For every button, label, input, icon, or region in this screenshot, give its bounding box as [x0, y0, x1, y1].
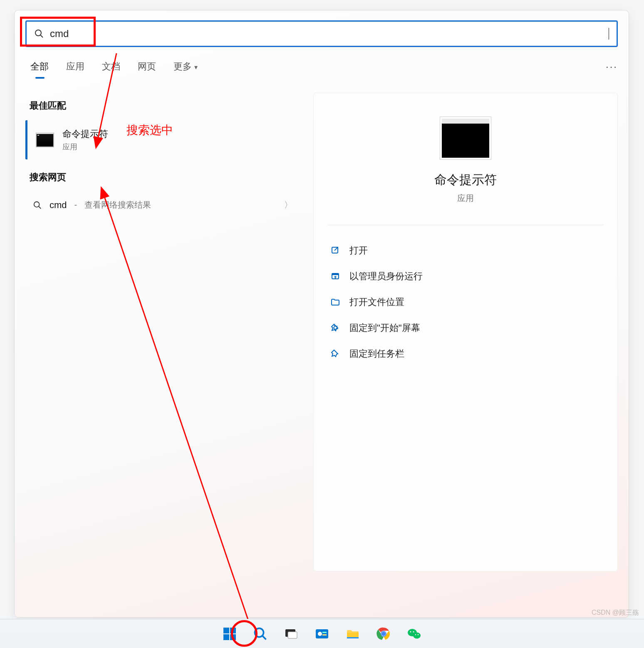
- svg-rect-17: [288, 632, 297, 638]
- tab-apps[interactable]: 应用: [66, 60, 84, 73]
- action-pin-start[interactable]: 固定到"开始"屏幕: [328, 315, 603, 341]
- best-match-result[interactable]: 命令提示符 应用: [25, 120, 300, 159]
- settings-icon: [315, 627, 329, 641]
- search-icon: [33, 201, 42, 210]
- wechat-button[interactable]: [405, 624, 424, 643]
- search-input[interactable]: cmd: [50, 28, 603, 40]
- wechat-icon: [407, 626, 422, 641]
- search-bar[interactable]: cmd: [25, 20, 618, 47]
- tab-docs[interactable]: 文档: [102, 60, 120, 73]
- web-separator: -: [74, 200, 77, 210]
- action-pin-taskbar[interactable]: 固定到任务栏: [328, 341, 603, 367]
- svg-rect-10: [223, 628, 229, 633]
- start-icon: [223, 627, 237, 641]
- start-button[interactable]: [220, 624, 239, 643]
- svg-line-15: [263, 636, 266, 639]
- taskview-button[interactable]: [282, 624, 301, 643]
- action-open-location-label: 打开文件位置: [349, 296, 404, 308]
- svg-rect-12: [223, 634, 229, 640]
- svg-rect-13: [230, 634, 236, 640]
- action-open-location[interactable]: 打开文件位置: [328, 289, 603, 315]
- svg-point-0: [35, 30, 41, 36]
- svg-point-31: [413, 631, 414, 632]
- tab-all[interactable]: 全部: [30, 60, 49, 73]
- action-run-admin-label: 以管理员身份运行: [349, 270, 423, 283]
- best-match-title: 命令提示符: [62, 128, 108, 140]
- search-icon: [34, 29, 44, 39]
- svg-point-19: [318, 632, 322, 636]
- taskview-icon: [284, 627, 298, 641]
- settings-button[interactable]: [312, 624, 332, 643]
- section-best-match-title: 最佳匹配: [30, 99, 296, 112]
- divider: [328, 225, 603, 225]
- web-search-result[interactable]: cmd - 查看网络搜索结果 〉: [25, 192, 300, 218]
- shield-icon: [330, 271, 340, 281]
- tab-more[interactable]: 更多▾: [173, 60, 198, 73]
- action-open[interactable]: 打开: [328, 238, 603, 263]
- web-desc: 查看网络搜索结果: [84, 199, 151, 211]
- svg-point-30: [410, 631, 411, 632]
- search-window: cmd 全部 应用 文档 网页 更多▾ ··· 最佳匹配 命令提示符 应用 搜索…: [14, 10, 629, 618]
- tab-web[interactable]: 网页: [138, 60, 156, 73]
- watermark: CSDN @顾三殇: [592, 608, 639, 617]
- taskbar-search-button[interactable]: [251, 624, 270, 643]
- preview-app-icon: [440, 117, 491, 160]
- chrome-button[interactable]: [374, 624, 393, 643]
- best-match-text: 命令提示符 应用: [62, 128, 108, 152]
- svg-point-2: [34, 201, 40, 207]
- svg-point-14: [255, 628, 264, 637]
- results-column: 最佳匹配 命令提示符 应用 搜索网页 cmd - 查看网络搜索结果 〉: [25, 93, 300, 571]
- chevron-right-icon: 〉: [284, 199, 292, 211]
- web-query: cmd: [50, 200, 67, 211]
- folder-icon: [330, 297, 340, 307]
- taskbar: [0, 619, 644, 648]
- svg-line-3: [39, 206, 41, 209]
- svg-rect-6: [332, 273, 339, 275]
- svg-point-32: [415, 634, 416, 635]
- preview-panel: 命令提示符 应用 打开 以管理员身份运行 打开文件位置 固定到"开始"屏幕: [313, 93, 618, 571]
- search-icon: [253, 626, 268, 641]
- svg-rect-11: [230, 628, 236, 633]
- chrome-icon: [376, 627, 391, 641]
- svg-line-1: [41, 35, 43, 38]
- svg-point-27: [381, 632, 386, 636]
- explorer-button[interactable]: [343, 624, 362, 643]
- cmd-icon: [36, 132, 54, 147]
- svg-rect-23: [347, 637, 359, 638]
- pin-icon: [330, 323, 340, 333]
- action-run-admin[interactable]: 以管理员身份运行: [328, 263, 603, 289]
- svg-rect-21: [322, 634, 327, 636]
- explorer-icon: [346, 627, 360, 641]
- chevron-down-icon: ▾: [194, 64, 198, 71]
- action-open-label: 打开: [349, 244, 368, 257]
- filter-tabs: 全部 应用 文档 网页 更多▾ ···: [25, 60, 618, 73]
- action-pin-start-label: 固定到"开始"屏幕: [349, 322, 420, 334]
- open-icon: [330, 246, 340, 256]
- best-match-subtitle: 应用: [62, 142, 108, 152]
- text-caret: [609, 28, 609, 40]
- pin-icon: [330, 349, 340, 359]
- svg-point-33: [418, 634, 419, 635]
- svg-point-29: [413, 632, 421, 638]
- content-area: 最佳匹配 命令提示符 应用 搜索网页 cmd - 查看网络搜索结果 〉: [25, 93, 618, 571]
- section-web-title: 搜索网页: [30, 171, 296, 184]
- preview-title: 命令提示符: [328, 171, 603, 189]
- preview-subtitle: 应用: [328, 193, 603, 204]
- overflow-menu-button[interactable]: ···: [606, 61, 618, 72]
- action-pin-taskbar-label: 固定到任务栏: [349, 348, 404, 360]
- svg-rect-20: [322, 632, 327, 633]
